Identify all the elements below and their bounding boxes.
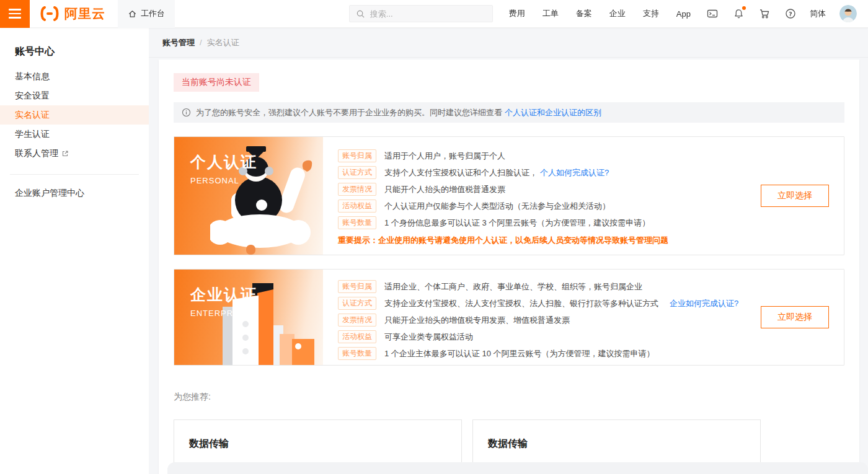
personal-subtitle: PERSONAL — [190, 176, 323, 185]
detail-row: 认证方式 支持个人支付宝授权认证和个人扫脸认证， 个人如何完成认证? — [338, 164, 668, 181]
row-tag: 发票情况 — [338, 314, 376, 327]
detail-row: 发票情况 只能开个人抬头的增值税普通发票 — [338, 181, 668, 198]
breadcrumb-account-management[interactable]: 账号管理 — [162, 37, 195, 48]
enterprise-banner: 企业认证 ENTERPRISE — [174, 270, 323, 365]
row-text: 适用于个人用户，账号归属于个人 — [384, 151, 505, 162]
breadcrumb: 账号管理 / 实名认证 — [149, 28, 868, 58]
sidebar-item-security-settings[interactable]: 安全设置 — [0, 86, 149, 105]
enterprise-choose-button[interactable]: 立即选择 — [761, 306, 829, 328]
search-icon — [356, 9, 365, 19]
external-link-icon — [61, 150, 69, 157]
sidebar-item-basic-info[interactable]: 基本信息 — [0, 67, 149, 86]
nav-item-support[interactable]: 支持 — [643, 8, 659, 19]
nav-item-tickets[interactable]: 工单 — [542, 8, 559, 19]
notification-dot — [742, 6, 746, 10]
top-navbar: 阿里云 工作台 费用 工单 备案 企业 支持 App — [0, 0, 868, 28]
detail-row: 账号归属 适用于个人用户，账号归属于个人 — [338, 147, 668, 164]
logo-brackets-icon — [38, 6, 61, 22]
verification-panel: 当前账号尚未认证 为了您的账号安全，强烈建议个人账号不要用于企业业务的购买。同时… — [159, 59, 859, 474]
enterprise-detail-rows: 账号归属 适用企业、个体工商户、政府、事业单位、学校、组织等，账号归属企业 认证… — [323, 270, 738, 365]
personal-warning: 重要提示：企业使用的账号请避免使用个人认证，以免后续人员变动等情况导致账号管理问… — [338, 235, 668, 246]
info-icon — [182, 108, 191, 117]
account-sidebar: 账号中心 基本信息 安全设置 实名认证 学生认证 联系人管理 企业账户管理中心 — [0, 28, 149, 474]
search-input[interactable] — [370, 9, 476, 19]
personal-choose-button[interactable]: 立即选择 — [761, 185, 829, 207]
row-tag: 账号数量 — [338, 347, 376, 360]
detail-row: 账号数量 1 个身份信息最多可以认证 3 个阿里云账号（为方便管理，建议按需申请… — [338, 214, 668, 231]
main-content: 账号管理 / 实名认证 当前账号尚未认证 为了您的账号安全，强烈建议个人账号不要… — [149, 28, 868, 474]
recommend-card-title: 数据传输 — [189, 437, 446, 450]
row-text: 可享企业类专属权益活动 — [384, 331, 473, 343]
row-text: 只能开个人抬头的增值税普通发票 — [384, 184, 505, 195]
notice-text: 为了您的账号安全，强烈建议个人账号不要用于企业业务的购买。同时建议您详细查看 — [196, 107, 502, 118]
personal-banner: 个人认证 PERSONAL — [174, 137, 323, 255]
recommend-card-title: 数据传输 — [488, 437, 745, 450]
sidebar-item-label: 安全设置 — [15, 86, 50, 105]
notice-difference-link[interactable]: 个人认证和企业认证的区别 — [505, 107, 601, 118]
enterprise-title: 企业认证 — [190, 284, 323, 305]
workbench-button[interactable]: 工作台 — [118, 0, 175, 28]
nav-item-icp[interactable]: 备案 — [576, 8, 592, 19]
hamburger-menu-icon[interactable] — [0, 0, 30, 28]
sidebar-item-label: 学生认证 — [15, 125, 50, 144]
sidebar-item-enterprise-account-center[interactable]: 企业账户管理中心 — [0, 183, 149, 203]
alibaba-cloud-logo[interactable]: 阿里云 — [38, 5, 105, 22]
detail-row: 账号数量 1 个企业主体最多可以认证 10 个阿里云账号（为方便管理，建议按需申… — [338, 345, 738, 362]
sidebar-item-label: 联系人管理 — [15, 144, 58, 163]
enterprise-subtitle: ENTERPRISE — [190, 309, 323, 318]
sidebar-item-student-verification[interactable]: 学生认证 — [0, 125, 149, 144]
row-tag: 活动权益 — [338, 200, 376, 213]
row-tag: 认证方式 — [338, 297, 376, 310]
breadcrumb-current: 实名认证 — [207, 37, 239, 48]
sidebar-title: 账号中心 — [0, 28, 149, 67]
user-avatar[interactable] — [839, 5, 857, 22]
nav-item-billing[interactable]: 费用 — [509, 8, 525, 19]
locale-switcher[interactable]: 简体 — [810, 8, 826, 19]
row-tag: 账号归属 — [338, 280, 376, 293]
row-text: 只能开企业抬头的增值税专用发票、增值税普通发票 — [384, 315, 570, 326]
row-tag: 认证方式 — [338, 166, 376, 179]
sidebar-item-label: 实名认证 — [15, 105, 50, 125]
detail-row: 活动权益 个人认证用户仅能参与个人类型活动（无法参与企业相关活动） — [338, 198, 668, 214]
row-text: 1 个身份信息最多可以认证 3 个阿里云账号（为方便管理，建议按需申请） — [384, 217, 650, 229]
row-tag: 账号归属 — [338, 149, 376, 162]
personal-detail-rows: 账号归属 适用于个人用户，账号归属于个人 认证方式 支持个人支付宝授权认证和个人… — [323, 137, 668, 255]
detail-row: 账号归属 适用企业、个体工商户、政府、事业单位、学校、组织等，账号归属企业 — [338, 278, 738, 295]
security-notice: 为了您的账号安全，强烈建议个人账号不要用于企业业务的购买。同时建议您详细查看 个… — [174, 102, 844, 123]
row-text: 支持企业支付宝授权、法人支付宝授权、法人扫脸、银行打款等多种认证方式 — [384, 298, 658, 309]
detail-row: 发票情况 只能开企业抬头的增值税专用发票、增值税普通发票 — [338, 312, 738, 328]
nav-item-enterprise[interactable]: 企业 — [609, 8, 626, 19]
personal-verification-card: 个人认证 PERSONAL — [174, 136, 844, 255]
personal-how-to-link[interactable]: 个人如何完成认证? — [540, 167, 609, 178]
row-tag: 账号数量 — [338, 216, 376, 229]
detail-row: 认证方式 支持企业支付宝授权、法人支付宝授权、法人扫脸、银行打款等多种认证方式 … — [338, 295, 738, 312]
breadcrumb-separator: / — [200, 38, 202, 47]
enterprise-verification-card: 企业认证 ENTERPRISE 账号归属 — [174, 269, 844, 366]
logo-text: 阿里云 — [64, 5, 105, 22]
sidebar-item-label: 基本信息 — [15, 67, 50, 86]
recommend-label: 为您推荐: — [174, 392, 844, 403]
header-nav: 费用 工单 备案 企业 支持 App — [509, 8, 691, 19]
sidebar-divider — [10, 174, 139, 175]
svg-text:?: ? — [789, 11, 792, 17]
global-search[interactable] — [349, 5, 493, 22]
row-text: 适用企业、个体工商户、政府、事业单位、学校、组织等，账号归属企业 — [384, 281, 642, 292]
row-text: 支持个人支付宝授权认证和个人扫脸认证， — [384, 167, 538, 178]
nav-item-app[interactable]: App — [676, 9, 691, 19]
bell-icon[interactable] — [733, 8, 744, 19]
home-icon — [128, 9, 137, 19]
row-tag: 活动权益 — [338, 330, 376, 343]
row-tag: 发票情况 — [338, 183, 376, 196]
help-icon[interactable]: ? — [785, 8, 796, 19]
row-text: 1 个企业主体最多可以认证 10 个阿里云账号（为方便管理，建议按需申请） — [384, 348, 655, 359]
detail-row: 活动权益 可享企业类专属权益活动 — [338, 328, 738, 345]
personal-title: 个人认证 — [190, 152, 323, 172]
enterprise-how-to-link[interactable]: 企业如何完成认证? — [670, 298, 738, 309]
row-text: 个人认证用户仅能参与个人类型活动（无法参与企业相关活动） — [384, 201, 610, 212]
sidebar-item-contact-management[interactable]: 联系人管理 — [0, 144, 149, 163]
cart-icon[interactable] — [759, 8, 770, 19]
bottom-overlay-bar — [167, 462, 868, 474]
terminal-icon[interactable] — [707, 8, 718, 19]
status-badge: 当前账号尚未认证 — [174, 73, 259, 92]
sidebar-item-real-name-verification[interactable]: 实名认证 — [0, 105, 149, 125]
